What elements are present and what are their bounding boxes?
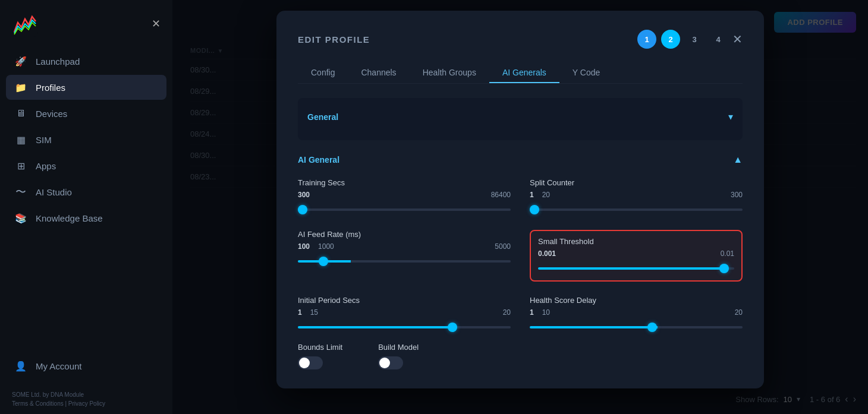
general-section-arrow: ▾ xyxy=(728,111,733,122)
initial-period-secs-mid: 15 xyxy=(310,308,318,317)
training-secs-track xyxy=(298,204,511,216)
general-section-title: General xyxy=(307,112,338,122)
sidebar-item-label: Devices xyxy=(36,109,67,119)
ai-feed-rate-label: AI Feed Rate (ms) xyxy=(298,230,511,239)
profiles-icon: 📁 xyxy=(14,81,27,94)
bounds-limit-toggle[interactable] xyxy=(298,356,323,369)
small-threshold-range: 0.001 0.01 xyxy=(538,249,734,258)
my-account-icon: 👤 xyxy=(14,359,27,372)
health-score-delay-slider[interactable] xyxy=(530,326,743,328)
step-3-badge[interactable]: 3 xyxy=(685,30,704,49)
sidebar-item-launchpad[interactable]: 🚀 Launchpad xyxy=(6,49,166,74)
sidebar-item-profiles[interactable]: 📁 Profiles xyxy=(6,75,166,100)
general-section: General ▾ xyxy=(298,98,743,140)
ai-general-arrow: ▲ xyxy=(733,154,743,165)
split-counter-min: 1 xyxy=(530,191,534,199)
health-score-delay-label: Health Score Delay xyxy=(530,296,743,305)
modal-header: EDIT PROFILE 1 2 3 4 ✕ xyxy=(298,30,743,49)
small-threshold-min: 0.001 xyxy=(538,249,556,258)
split-counter-range: 1 20 300 xyxy=(530,191,743,199)
tab-config[interactable]: Config xyxy=(298,63,348,83)
health-score-delay-group: Health Score Delay 1 10 20 xyxy=(530,296,743,333)
modal-steps: 1 2 3 4 ✕ xyxy=(637,30,743,49)
ai-feed-rate-group: AI Feed Rate (ms) 100 1000 5000 xyxy=(298,230,511,282)
ai-general-section: AI General ▲ Training Secs 300 86400 xyxy=(298,148,743,369)
step-4-badge[interactable]: 4 xyxy=(709,30,728,49)
bounds-limit-group: Bounds Limit xyxy=(298,343,342,369)
knowledge-base-icon: 📚 xyxy=(14,211,27,225)
initial-period-secs-min: 1 xyxy=(298,308,302,317)
build-model-toggle[interactable] xyxy=(378,356,403,369)
edit-profile-modal: EDIT PROFILE 1 2 3 4 ✕ xyxy=(276,11,764,388)
split-counter-group: Split Counter 1 20 300 xyxy=(530,178,743,216)
modal-tabs: Config Channels Health Groups AI General… xyxy=(298,63,743,84)
tab-health-groups[interactable]: Health Groups xyxy=(410,63,489,83)
apps-icon: ⊞ xyxy=(14,159,27,172)
sidebar-close-icon[interactable]: ✕ xyxy=(152,17,161,30)
build-model-group: Build Model xyxy=(378,343,419,369)
small-threshold-label: Small Threshold xyxy=(538,237,734,246)
sidebar-logo-area: ✕ xyxy=(0,0,172,44)
sidebar-item-knowledge-base[interactable]: 📚 Knowledge Base xyxy=(6,206,166,230)
small-threshold-group: Small Threshold 0.001 0.01 xyxy=(530,230,743,282)
sliders-grid: Training Secs 300 86400 Split Counter xyxy=(298,178,743,333)
sidebar-nav: 🚀 Launchpad 📁 Profiles 🖥 Devices ▦ SIM ⊞… xyxy=(0,44,172,383)
sidebar-item-label: Profiles xyxy=(36,83,65,93)
sidebar-item-label: Launchpad xyxy=(36,56,80,67)
ai-feed-rate-mid: 1000 xyxy=(318,242,334,251)
ai-feed-rate-min: 100 xyxy=(298,242,310,251)
sidebar-item-label: SIM xyxy=(36,135,52,145)
split-counter-track xyxy=(530,204,743,216)
ai-feed-rate-track xyxy=(298,255,511,267)
sidebar: ✕ 🚀 Launchpad 📁 Profiles 🖥 Devices ▦ SIM… xyxy=(0,0,172,414)
bounds-limit-knob xyxy=(299,358,310,368)
toggles-row: Bounds Limit Build Model xyxy=(298,343,743,369)
training-secs-label: Training Secs xyxy=(298,178,511,187)
sim-icon: ▦ xyxy=(14,133,27,146)
sidebar-item-label: AI Studio xyxy=(36,187,72,197)
training-secs-group: Training Secs 300 86400 xyxy=(298,178,511,216)
split-counter-mid: 20 xyxy=(542,191,550,199)
initial-period-secs-track xyxy=(298,321,511,333)
training-secs-min: 300 xyxy=(298,191,310,199)
sidebar-item-my-account[interactable]: 👤 My Account xyxy=(6,353,166,378)
modal-title: EDIT PROFILE xyxy=(298,34,370,45)
health-score-delay-track xyxy=(530,321,743,333)
tab-y-code[interactable]: Y Code xyxy=(559,63,613,83)
ai-feed-rate-range: 100 1000 5000 xyxy=(298,242,511,251)
initial-period-secs-group: Initial Period Secs 1 15 20 xyxy=(298,296,511,333)
footer-line1: SOME Ltd. by DNA Module xyxy=(12,390,161,399)
sidebar-item-apps[interactable]: ⊞ Apps xyxy=(6,153,166,178)
ai-feed-rate-slider[interactable] xyxy=(298,260,511,263)
training-secs-slider[interactable] xyxy=(298,208,511,211)
general-section-header[interactable]: General ▾ xyxy=(307,105,733,128)
ai-general-section-header[interactable]: AI General ▲ xyxy=(298,148,743,171)
sidebar-item-label: Knowledge Base xyxy=(36,213,103,223)
step-2-badge[interactable]: 2 xyxy=(661,30,680,49)
modal-close-button[interactable]: ✕ xyxy=(732,33,743,45)
initial-period-secs-label: Initial Period Secs xyxy=(298,296,511,305)
launchpad-icon: 🚀 xyxy=(14,55,27,68)
build-model-label: Build Model xyxy=(378,343,419,352)
app-logo xyxy=(12,11,38,37)
sidebar-item-devices[interactable]: 🖥 Devices xyxy=(6,101,166,126)
initial-period-secs-range: 1 15 20 xyxy=(298,308,511,317)
split-counter-slider[interactable] xyxy=(530,208,743,211)
split-counter-label: Split Counter xyxy=(530,178,743,187)
small-threshold-max: 0.01 xyxy=(721,249,734,258)
sidebar-item-ai-studio[interactable]: 〜 AI Studio xyxy=(6,179,166,204)
split-counter-max: 300 xyxy=(731,191,743,199)
footer-line2: Terms & Conditions | Privacy Policy xyxy=(12,399,161,408)
health-score-delay-range: 1 10 20 xyxy=(530,308,743,317)
initial-period-secs-slider[interactable] xyxy=(298,326,511,328)
sidebar-item-sim[interactable]: ▦ SIM xyxy=(6,127,166,152)
tab-ai-generals[interactable]: AI Generals xyxy=(489,63,559,83)
tab-channels[interactable]: Channels xyxy=(348,63,409,83)
small-threshold-track xyxy=(538,263,734,274)
build-model-knob xyxy=(379,358,390,368)
step-1-badge[interactable]: 1 xyxy=(637,30,656,49)
training-secs-range: 300 86400 xyxy=(298,191,511,199)
small-threshold-slider[interactable] xyxy=(538,267,734,270)
main-area: 🔍 ADD PROFILE MODI... ▼ MODI... ▼ 08/30.… xyxy=(172,0,868,414)
sidebar-item-label: My Account xyxy=(36,361,82,371)
